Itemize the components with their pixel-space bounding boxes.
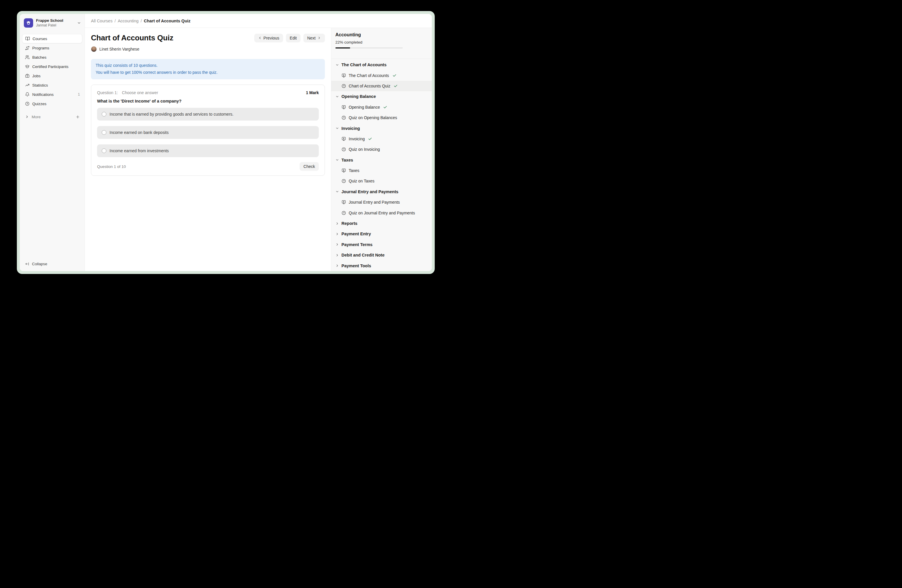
sidebar-item-label: Notifications (32, 92, 54, 97)
outline-section-invoicing[interactable]: Invoicing (331, 123, 432, 133)
sidebar-item-courses[interactable]: Courses (22, 34, 82, 43)
check-button[interactable]: Check (300, 162, 319, 171)
outline-section-title: Reports (341, 221, 357, 226)
quiz-notice: This quiz consists of 10 questions. You … (91, 59, 325, 79)
answer-option-2[interactable]: Income earned on bank deposits (97, 126, 319, 139)
users-icon (25, 55, 30, 59)
help-circle-icon (25, 102, 30, 106)
collapse-icon (25, 262, 29, 266)
question-footer: Question 1 of 10 Check (97, 162, 319, 171)
more-label: More (32, 115, 41, 119)
outline-section-title: Payment Tools (341, 263, 371, 268)
sidebar-item-certified-participants[interactable]: Certified Participants (22, 62, 82, 71)
app-window-frame: Frappe School Jannat Patel CoursesProgra… (17, 11, 435, 274)
outline-item-label: Taxes (349, 168, 359, 173)
breadcrumb: All Courses/Accounting/Chart of Accounts… (91, 19, 191, 23)
question-text: What is the 'Direct Income' of a company… (97, 99, 319, 103)
radio-button-icon[interactable] (102, 112, 106, 116)
outline-item-journal-entry-and-payments[interactable]: Journal Entry and Payments (331, 197, 432, 207)
outline-section-journal-entry-and-payments[interactable]: Journal Entry and Payments (331, 186, 432, 197)
outline-item-the-chart-of-accounts[interactable]: The Chart of Accounts (331, 70, 432, 80)
quiz-icon (341, 179, 346, 183)
quiz-icon (341, 115, 346, 120)
answer-option-3[interactable]: Income earned from investments (97, 144, 319, 157)
outline-section-opening-balance[interactable]: Opening Balance (331, 91, 432, 102)
quiz-icon (341, 84, 346, 88)
chevron-right-icon (335, 232, 339, 236)
sidebar-item-quizzes[interactable]: Quizzes (22, 99, 82, 108)
answer-option-label: Income earned on bank deposits (110, 130, 169, 135)
sidebar-item-batches[interactable]: Batches (22, 53, 82, 62)
sidebar-item-programs[interactable]: Programs (22, 43, 82, 53)
lesson-icon (341, 168, 346, 173)
breadcrumb-all-courses[interactable]: All Courses (91, 19, 113, 23)
completed-check-icon (392, 73, 397, 78)
page-title: Chart of Accounts Quiz (91, 33, 174, 42)
chevron-down-icon (335, 127, 339, 130)
outline-item-invoicing[interactable]: Invoicing (331, 134, 432, 144)
workspace-switcher[interactable]: Frappe School Jannat Patel (22, 17, 82, 28)
outline-item-label: Quiz on Invoicing (349, 147, 380, 152)
course-title: Accounting (335, 32, 427, 38)
radio-button-icon[interactable] (102, 130, 106, 135)
outline-item-label: The Chart of Accounts (349, 73, 389, 78)
outline-item-quiz-on-taxes[interactable]: Quiz on Taxes (331, 176, 432, 186)
outline-item-quiz-on-journal-entry-and-payments[interactable]: Quiz on Journal Entry and Payments (331, 207, 432, 218)
radio-button-icon[interactable] (102, 149, 106, 153)
check-label: Check (303, 164, 315, 169)
chevron-right-icon (317, 36, 321, 40)
question-instruction: Choose one answer (122, 90, 158, 95)
breadcrumb-separator: / (141, 19, 142, 23)
chevron-right-icon (335, 222, 339, 225)
outline-item-chart-of-accounts-quiz[interactable]: Chart of Accounts Quiz (331, 81, 432, 91)
question-progress: Question 1 of 10 (97, 164, 126, 169)
sidebar-item-notifications[interactable]: Notifications1 (22, 90, 82, 99)
answer-options: Income that is earned by providing goods… (97, 108, 319, 157)
briefcase-icon (25, 74, 30, 78)
answer-option-1[interactable]: Income that is earned by providing goods… (97, 108, 319, 120)
author-name: Linet Sherin Varghese (99, 47, 139, 52)
collapse-sidebar-button[interactable]: Collapse (22, 260, 82, 268)
workspace-user: Jannat Patel (36, 23, 74, 28)
sidebar-nav: CoursesProgramsBatchesCertified Particip… (22, 34, 82, 108)
breadcrumb-accounting[interactable]: Accounting (118, 19, 139, 23)
outline-item-quiz-on-invoicing[interactable]: Quiz on Invoicing (331, 144, 432, 155)
outline-section-payment-terms[interactable]: Payment Terms (331, 239, 432, 250)
sidebar-item-statistics[interactable]: Statistics (22, 80, 82, 90)
course-outline-list: The Chart of AccountsThe Chart of Accoun… (331, 59, 432, 271)
outline-item-label: Quiz on Taxes (349, 179, 374, 183)
course-panel-header: Accounting 22% completed (331, 28, 432, 59)
notification-count-badge: 1 (78, 92, 80, 97)
body-row: Chart of Accounts Quiz Previous Edit (85, 28, 432, 271)
outline-section-debit-and-credit-note[interactable]: Debit and Credit Note (331, 250, 432, 260)
next-button[interactable]: Next (303, 34, 325, 42)
answer-option-label: Income that is earned by providing goods… (110, 112, 233, 116)
outline-section-reports[interactable]: Reports (331, 218, 432, 228)
sidebar-item-label: Programs (32, 46, 49, 50)
outline-section-title: Payment Entry (341, 231, 371, 236)
chevron-right-icon (25, 115, 29, 119)
outline-item-label: Opening Balance (349, 105, 380, 109)
previous-label: Previous (263, 36, 279, 41)
sidebar-item-more[interactable]: More (22, 112, 82, 122)
sidebar-item-jobs[interactable]: Jobs (22, 71, 82, 80)
outline-item-quiz-on-opening-balances[interactable]: Quiz on Opening Balances (331, 113, 432, 123)
chevron-left-icon (258, 36, 262, 40)
outline-item-taxes[interactable]: Taxes (331, 165, 432, 176)
chevron-down-icon (335, 158, 339, 162)
app-window: Frappe School Jannat Patel CoursesProgra… (20, 14, 432, 271)
notice-line-2: You will have to get 100% correct answer… (96, 69, 320, 76)
plus-icon[interactable] (75, 115, 80, 119)
outline-section-title: Opening Balance (341, 94, 376, 99)
outline-section-the-chart-of-accounts[interactable]: The Chart of Accounts (331, 59, 432, 70)
outline-item-opening-balance[interactable]: Opening Balance (331, 102, 432, 113)
edit-button[interactable]: Edit (286, 34, 301, 42)
previous-button[interactable]: Previous (254, 34, 283, 42)
lesson-icon (341, 200, 346, 205)
outline-section-payment-entry[interactable]: Payment Entry (331, 228, 432, 239)
workspace-names: Frappe School Jannat Patel (36, 18, 74, 28)
outline-section-taxes[interactable]: Taxes (331, 155, 432, 165)
sidebar-item-label: Statistics (32, 83, 48, 88)
outline-section-payment-tools[interactable]: Payment Tools (331, 260, 432, 271)
workspace-title: Frappe School (36, 18, 74, 23)
